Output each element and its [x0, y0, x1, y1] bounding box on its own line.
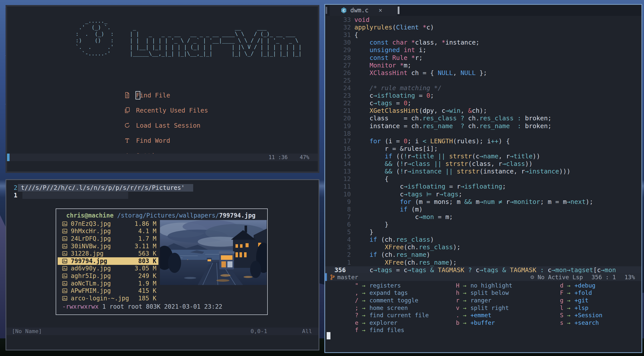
code-line[interactable]: 20 class = ch.res_class ? ch.res_class :…	[325, 115, 641, 122]
code-line[interactable]: 26 XClassHint ch = { NULL, NULL };	[325, 69, 641, 77]
whichkey-binding[interactable]: v→split right	[448, 304, 512, 312]
file-size: 4.1 M	[138, 228, 156, 235]
file-size: 1.9 M	[138, 280, 156, 287]
line-number: 30	[325, 39, 351, 46]
code-line[interactable]: 16 r = &rules[i];	[325, 145, 641, 153]
line-number: 15	[325, 153, 351, 160]
code-line[interactable]: 24 /* rule matching */	[325, 84, 641, 92]
whichkey-label: +fold	[574, 290, 592, 296]
file-row[interactable]: aoNcTLm.jpg1.9 M	[58, 280, 158, 287]
whichkey-binding[interactable]: ?→find current file	[347, 311, 429, 319]
code-line[interactable]: 7 c→mon = m;	[325, 213, 641, 221]
code-line[interactable]: 9 for (m = mons; m && m→num ≠ r→monitor;…	[325, 198, 641, 206]
whichkey-binding[interactable]: r→ranger	[448, 297, 512, 304]
whichkey-key: /	[347, 297, 358, 304]
menu-item-find-word[interactable]: Find Word	[124, 133, 208, 148]
buffer-line[interactable]: 1	[6, 192, 319, 199]
code-line[interactable]: 15 if ((!r→title || strstr(c→name, r→tit…	[325, 153, 641, 160]
scratch-statusline: [No Name] 0,0-1 All	[6, 328, 319, 335]
code-line[interactable]: 21 XGetClassHint(dpy, c→win, &ch);	[325, 107, 641, 115]
code-line[interactable]: 10 c→tags ⊨ r→tags;	[325, 191, 641, 198]
terminal-window-scratch[interactable]: 2 t///s/P//2/h/c/.l/s/n/s/p/p/s/r/r/s/Pi…	[6, 179, 319, 350]
whichkey-binding[interactable]: g→+git	[552, 297, 602, 304]
whichkey-key: b	[448, 319, 459, 326]
whichkey-binding[interactable]: f→find files	[347, 327, 429, 334]
code-line[interactable]: 18	[325, 130, 641, 137]
tab-dwm-c[interactable]: C dwm.c ×	[330, 5, 397, 16]
line-number: 16	[325, 145, 351, 153]
image-file-icon	[62, 251, 67, 256]
file-row[interactable]: ad6v90y.jpg3.05 M	[58, 265, 158, 272]
whichkey-binding[interactable]: l→+lsp	[552, 304, 602, 312]
code-line[interactable]: 1 XFree(ch.res_name);	[325, 259, 641, 266]
whichkey-binding[interactable]: S→+Session	[552, 311, 602, 319]
menu-item-recently-used-files[interactable]: Recently Used Files	[124, 103, 208, 118]
menu-item-find-file[interactable]: Find File	[124, 88, 208, 103]
line-number: 29	[325, 46, 351, 54]
file-row[interactable]: 24LrDFQ.jpg1.7 M	[58, 235, 158, 242]
reload-icon	[124, 122, 130, 129]
image-file-icon	[62, 289, 67, 293]
menu-item-load-last-session[interactable]: Load Last Session	[124, 118, 208, 133]
cursorline-strip	[22, 192, 128, 199]
code-line[interactable]: 32applyrules(Client *c)	[325, 24, 641, 31]
file-picker-float[interactable]: chris@machine /storag/Pictures/wallpaper…	[56, 208, 268, 315]
code-text: class = ch.res_class ? ch.res_class : br…	[354, 115, 641, 122]
whichkey-binding[interactable]: .→+emmet	[448, 311, 512, 319]
tab-close-icon[interactable]: ×	[379, 7, 382, 14]
code-line[interactable]: 12 {	[325, 175, 641, 183]
line-number: 25	[325, 77, 351, 84]
file-row[interactable]: 9hMxcHr.jpg4.1 M	[58, 228, 158, 235]
code-line[interactable]: 33void	[325, 16, 641, 24]
file-row[interactable]: aghr5Ip.jpg249 K	[58, 272, 158, 280]
code-line[interactable]: 8 if (m)	[325, 206, 641, 213]
whichkey-label: +debug	[574, 282, 595, 289]
code-line[interactable]: 14 && (!r→class || strstr(class, r→class…	[325, 160, 641, 168]
code-line[interactable]: 22 c→tags = 0;	[325, 99, 641, 107]
code-line[interactable]: 2 if (ch.res_name)	[325, 251, 641, 259]
git-branch: master	[330, 274, 358, 280]
file-row[interactable]: 31228.jpg563 K	[58, 250, 158, 257]
code-line[interactable]: 5 }	[325, 228, 641, 236]
whichkey-binding[interactable]: h→split below	[448, 289, 512, 297]
code-line[interactable]: 13 && (!r→instance || strstr(instance, r…	[325, 168, 641, 175]
whichkey-label: ranger	[470, 297, 491, 304]
file-size: 1.86 M	[134, 220, 156, 227]
code-line[interactable]: 6 }	[325, 221, 641, 228]
code-line[interactable]: 23 c→isfloating = 0;	[325, 92, 641, 99]
whichkey-binding[interactable]: ;→home screen	[347, 304, 429, 312]
code-line[interactable]: 30 const char *class, *instance;	[325, 39, 641, 46]
whichkey-binding[interactable]: d→+debug	[552, 282, 602, 289]
code-line[interactable]: 3 XFree(ch.res_class);	[325, 243, 641, 251]
whichkey-binding[interactable]: "→registers	[347, 282, 429, 289]
code-line[interactable]: 17 for (i = 0; i < LENGTH(rules); i++) {	[325, 137, 641, 145]
code-text: r = &rules[i];	[354, 145, 641, 153]
line-number: 26	[325, 69, 351, 77]
code-line[interactable]: 29 unsigned int i;	[325, 46, 641, 54]
whichkey-binding[interactable]: s→+search	[552, 319, 602, 327]
file-row[interactable]: 07nEzQ3.jpg1.86 M	[58, 220, 158, 228]
code-line[interactable]: 4 if (ch.res_class)	[325, 236, 641, 243]
whichkey-label: +emmet	[470, 312, 491, 318]
file-row[interactable]: 30iNVBw.jpg3.11 M	[58, 242, 158, 250]
code-line[interactable]: 11 c→isfloating = r→isfloating;	[325, 183, 641, 190]
whichkey-binding[interactable]: ,→expand tags	[347, 289, 429, 297]
terminal-window-editor[interactable]: C dwm.c × 33void32applyrules(Client *c)3…	[324, 4, 642, 353]
file-row[interactable]: APwFMIM.jpg415 K	[58, 287, 158, 295]
terminal-window-dashboard[interactable]: _....._ .' (_) `. _ __ ___ : . (_) : | |…	[6, 5, 319, 173]
code-line[interactable]: 28 const Rule *r;	[325, 54, 641, 62]
code-line[interactable]: 27 Monitor *m;	[325, 62, 641, 69]
whichkey-binding[interactable]: b→+buffer	[448, 319, 512, 327]
whichkey-binding[interactable]: e→explorer	[347, 319, 429, 327]
buffer-line[interactable]: 2 t///s/P//2/h/c/.l/s/n/s/p/p/s/r/r/s/Pi…	[6, 184, 319, 192]
whichkey-binding[interactable]: /→comment toggle	[347, 297, 429, 304]
file-row-selected[interactable]: 799794.jpg803 K	[58, 257, 158, 265]
file-row[interactable]: arco-login-~.jpg185 K	[58, 295, 158, 302]
image-file-icon	[62, 244, 67, 248]
code-line[interactable]: 31{	[325, 31, 641, 39]
code-line-current[interactable]: 356 c→tags = c→tags & TAGMASK ? c→tags &…	[325, 266, 641, 274]
code-line[interactable]: 19 instance = ch.res_name ? ch.res_name …	[325, 122, 641, 130]
whichkey-binding[interactable]: F→+fold	[552, 289, 602, 297]
code-line[interactable]: 25	[325, 77, 641, 84]
whichkey-binding[interactable]: H→no highlight	[448, 282, 512, 289]
